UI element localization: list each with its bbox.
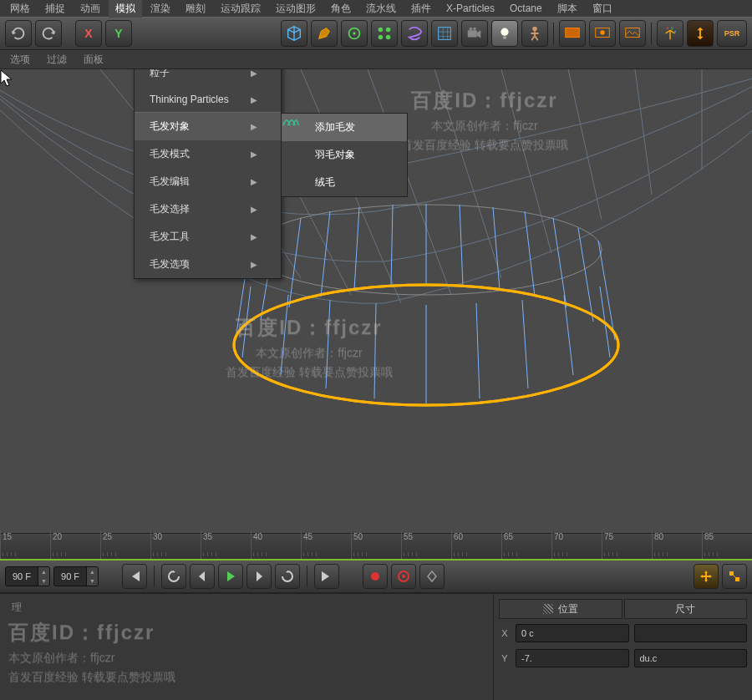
submenu-item-0[interactable]: 添加毛发	[282, 114, 407, 141]
menu-网格[interactable]: 网格	[3, 0, 37, 18]
timeline-tick[interactable]: 50	[351, 530, 401, 559]
menu-运动跟踪[interactable]: 运动跟踪	[214, 0, 267, 18]
prev-key-button[interactable]	[161, 564, 186, 589]
subbar-选项[interactable]: 选项	[10, 53, 30, 67]
render-settings-button[interactable]	[589, 20, 616, 47]
menu-item-3[interactable]: Thinking Particles▶	[135, 87, 281, 112]
timeline-tick[interactable]: 35	[201, 530, 251, 559]
menu-运动图形[interactable]: 运动图形	[269, 0, 323, 18]
hair-submenu[interactable]: 添加毛发羽毛对象绒毛	[281, 113, 408, 197]
svg-point-1	[353, 32, 356, 35]
render-view-button[interactable]	[559, 20, 586, 47]
submenu-item-1[interactable]: 羽毛对象	[282, 141, 407, 169]
coord-system-button[interactable]: xyz	[657, 20, 683, 47]
tab-position[interactable]: 位置	[499, 599, 622, 619]
timeline-tick[interactable]: 40	[251, 530, 301, 559]
viewport[interactable]: 布料▶动力学▶粒子▶Thinking Particles▶毛发对象▶添加毛发羽毛…	[0, 69, 752, 533]
menu-item-4[interactable]: 毛发对象▶添加毛发羽毛对象绒毛	[135, 112, 281, 140]
menu-Octane[interactable]: Octane	[503, 1, 549, 16]
menu-item-9[interactable]: 毛发选项▶	[135, 251, 281, 278]
generator-button[interactable]	[341, 20, 368, 47]
timeline-tick[interactable]: 65	[501, 530, 551, 559]
menu-流水线[interactable]: 流水线	[359, 0, 403, 18]
spin-up[interactable]: ▲	[38, 567, 49, 576]
svg-point-14	[600, 30, 605, 35]
timeline-tick[interactable]: 20	[50, 530, 100, 559]
picture-viewer-button[interactable]	[619, 20, 646, 47]
goto-end-button[interactable]	[314, 564, 339, 589]
record-button[interactable]	[363, 564, 388, 589]
menu-插件[interactable]: 插件	[404, 0, 438, 18]
toolbar-separator	[553, 23, 554, 44]
timeline-tick[interactable]: 80	[652, 530, 702, 559]
svg-rect-48	[729, 571, 734, 576]
timeline-tick[interactable]: 85	[702, 530, 752, 559]
frame-start-field[interactable]: 90 F▲▼	[5, 566, 50, 586]
spin-down[interactable]: ▼	[38, 576, 49, 586]
play-button[interactable]	[218, 564, 243, 589]
menu-item-2[interactable]: 粒子▶	[135, 69, 281, 87]
light-button[interactable]	[491, 20, 518, 47]
prev-frame-button[interactable]	[190, 564, 215, 589]
timeline-tick[interactable]: 55	[401, 530, 451, 559]
timeline-tick[interactable]: 45	[301, 530, 351, 559]
y-right-field[interactable]: du.c	[634, 649, 748, 667]
subbar-过滤[interactable]: 过滤	[47, 53, 67, 67]
subbar-面板[interactable]: 面板	[84, 53, 104, 67]
next-frame-button[interactable]	[246, 564, 272, 589]
submenu-item-2[interactable]: 绒毛	[282, 169, 407, 196]
x-value-field[interactable]: 0 c	[516, 624, 629, 642]
svg-point-2	[379, 28, 384, 33]
goto-start-button[interactable]	[122, 564, 147, 589]
tab-size[interactable]: 尺寸	[624, 599, 748, 619]
menu-item-5[interactable]: 毛发模式▶	[135, 140, 281, 168]
submenu-arrow-icon: ▶	[251, 69, 257, 78]
timeline-tick[interactable]: 15	[0, 530, 50, 559]
timeline-ruler[interactable]: 152025303540455055606570758085	[0, 533, 752, 561]
camera-button[interactable]	[461, 20, 488, 47]
undo-button[interactable]	[5, 20, 32, 47]
next-key-button[interactable]	[275, 564, 300, 589]
timeline-tick[interactable]: 30	[150, 530, 201, 559]
timeline-tick[interactable]: 25	[100, 530, 150, 559]
timeline-tick[interactable]: 75	[602, 530, 652, 559]
timeline-tick[interactable]: 70	[551, 530, 602, 559]
menu-渲染[interactable]: 渲染	[144, 0, 177, 18]
x-right-field[interactable]	[634, 624, 748, 642]
menu-X-Particles[interactable]: X-Particles	[440, 1, 501, 16]
svg-point-47	[402, 575, 405, 578]
axis-y-toggle[interactable]: Y	[105, 20, 132, 47]
axis-x-toggle[interactable]: X	[75, 20, 102, 47]
menu-脚本[interactable]: 脚本	[551, 0, 584, 18]
menu-item-8[interactable]: 毛发工具▶	[135, 223, 281, 251]
svg-rect-49	[735, 577, 739, 581]
environment-button[interactable]	[431, 20, 458, 47]
menu-模拟[interactable]: 模拟	[109, 0, 142, 18]
scale-button[interactable]	[687, 20, 714, 47]
keyframe-selection-button[interactable]	[419, 564, 445, 589]
timeline-tick[interactable]: 60	[451, 530, 501, 559]
autokey-button[interactable]	[391, 564, 416, 589]
submenu-arrow-icon: ▶	[251, 150, 257, 159]
array-button[interactable]	[371, 20, 398, 47]
deformer-button[interactable]	[401, 20, 428, 47]
simulate-menu[interactable]: 布料▶动力学▶粒子▶Thinking Particles▶毛发对象▶添加毛发羽毛…	[134, 69, 282, 279]
menu-item-6[interactable]: 毛发编辑▶	[135, 168, 281, 195]
redo-button[interactable]	[35, 20, 62, 47]
menu-item-7[interactable]: 毛发选择▶	[135, 195, 281, 223]
spin-down[interactable]: ▼	[86, 576, 98, 586]
menu-捕捉[interactable]: 捕捉	[38, 0, 72, 18]
cube-primitive-button[interactable]	[281, 20, 307, 47]
figure-button[interactable]	[521, 20, 548, 47]
spline-pen-button[interactable]	[311, 20, 338, 47]
menu-雕刻[interactable]: 雕刻	[179, 0, 212, 18]
menu-角色[interactable]: 角色	[324, 0, 358, 18]
psr-button[interactable]: PSR	[717, 20, 747, 47]
move-tool-button[interactable]	[694, 564, 719, 589]
menu-动画[interactable]: 动画	[74, 0, 107, 18]
scale-tool-button[interactable]	[722, 564, 747, 589]
spin-up[interactable]: ▲	[86, 567, 98, 576]
menu-窗口[interactable]: 窗口	[586, 0, 619, 18]
frame-end-field[interactable]: 90 F▲▼	[53, 566, 99, 586]
y-value-field[interactable]: -7.	[516, 649, 629, 667]
